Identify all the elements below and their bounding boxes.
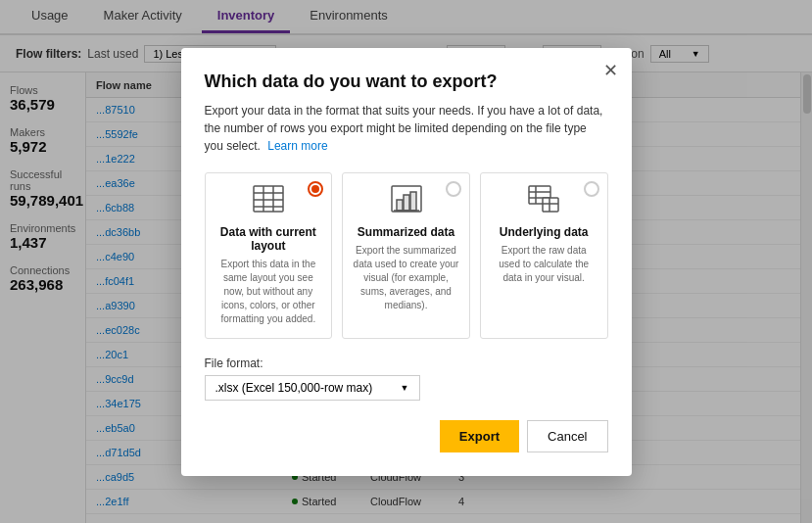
learn-more-link[interactable]: Learn more — [267, 139, 327, 153]
option-underlying-desc: Export the raw data used to calculate th… — [491, 244, 597, 285]
modal-description: Export your data in the format that suit… — [205, 102, 608, 155]
svg-rect-8 — [404, 195, 409, 211]
option-underlying[interactable]: Underlying data Export the raw data used… — [480, 172, 608, 339]
option-current-layout-desc: Export this data in the same layout you … — [215, 258, 322, 326]
modal-title: Which data do you want to export? — [205, 71, 608, 92]
file-format-value: .xlsx (Excel 150,000-row max) — [215, 381, 373, 395]
svg-rect-7 — [397, 200, 403, 211]
option-current-layout[interactable]: Data with current layout Export this dat… — [205, 172, 333, 339]
option-summarized-desc: Export the summarized data used to creat… — [353, 244, 459, 312]
option-underlying-title: Underlying data — [491, 225, 597, 239]
export-button[interactable]: Export — [440, 420, 519, 452]
underlying-icon — [491, 185, 597, 219]
modal-footer: Export Cancel — [205, 420, 608, 452]
radio-underlying — [584, 181, 599, 197]
radio-current-layout — [308, 181, 323, 197]
cancel-button[interactable]: Cancel — [527, 420, 607, 452]
option-current-layout-title: Data with current layout — [215, 225, 322, 253]
svg-rect-0 — [254, 186, 283, 212]
file-format-dropdown[interactable]: .xlsx (Excel 150,000-row max) ▼ — [205, 375, 420, 401]
modal-overlay: ✕ Which data do you want to export? Expo… — [0, 0, 812, 523]
svg-rect-15 — [543, 198, 558, 212]
option-summarized[interactable]: Summarized data Export the summarized da… — [342, 172, 470, 339]
file-format-label: File format: — [205, 357, 608, 370]
modal: ✕ Which data do you want to export? Expo… — [181, 48, 632, 476]
file-format-chevron: ▼ — [401, 383, 409, 393]
svg-rect-9 — [410, 192, 416, 211]
radio-summarized — [446, 181, 461, 197]
summarized-icon — [353, 185, 459, 219]
export-options: Data with current layout Export this dat… — [205, 172, 608, 339]
option-summarized-title: Summarized data — [353, 225, 459, 239]
table-icon — [215, 185, 322, 219]
modal-close-button[interactable]: ✕ — [603, 62, 618, 79]
